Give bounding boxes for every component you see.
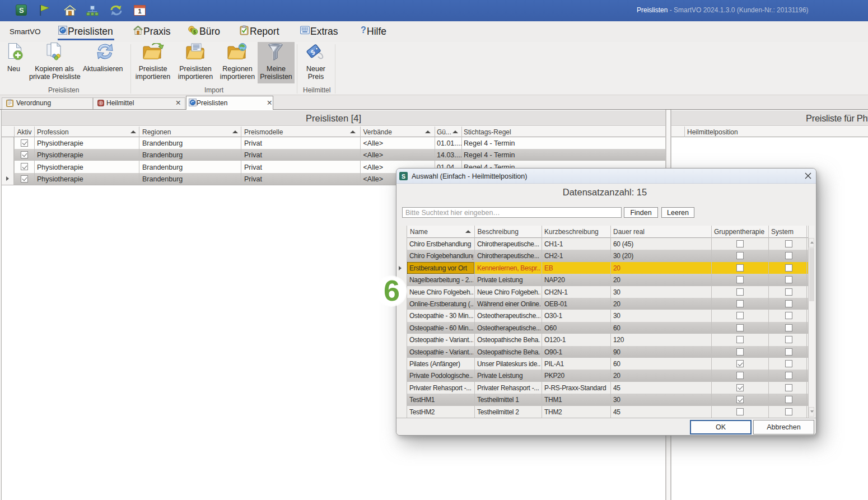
svg-text:1: 1 (138, 8, 141, 15)
svg-text:$: $ (193, 29, 196, 35)
